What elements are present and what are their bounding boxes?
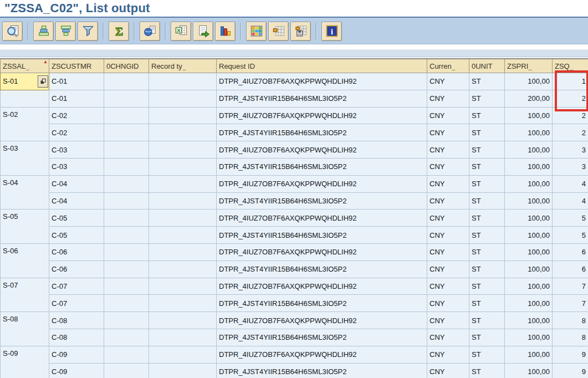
cell-request-id[interactable]: DTPR_4IUZ7OB7F6AXQKPPWQHDLIH92 <box>217 346 427 363</box>
cell-zspri[interactable]: 100,00 <box>505 295 553 312</box>
cell-zspri[interactable]: 100,00 <box>505 346 553 363</box>
column-header-cur[interactable]: Curren... <box>427 59 469 73</box>
total-button[interactable]: Σ <box>109 22 129 41</box>
cell-zssal[interactable]: S-08 <box>1 312 49 346</box>
cell-0chngid[interactable] <box>104 260 149 278</box>
cell-0unit[interactable]: ST <box>469 346 505 363</box>
save-layout-button[interactable] <box>290 22 311 41</box>
cell-zsq[interactable]: 1 <box>553 73 588 90</box>
cell-0unit[interactable]: ST <box>469 243 505 260</box>
cell-zssal[interactable]: S-06 <box>1 243 49 278</box>
cell-zscustmr[interactable]: C-08 <box>49 312 104 329</box>
cell-0unit[interactable]: ST <box>469 124 505 141</box>
cell-currency[interactable]: CNY <box>427 90 469 107</box>
cell-0unit[interactable]: ST <box>469 329 505 346</box>
cell-currency[interactable]: CNY <box>427 227 469 244</box>
cell-0chngid[interactable] <box>104 278 149 295</box>
cell-record-type[interactable] <box>149 107 217 124</box>
cell-request-id[interactable]: DTPR_4JST4YIIR15B64H6SML3IO5P2 <box>217 227 427 244</box>
cell-0chngid[interactable] <box>104 295 149 312</box>
cell-zspri[interactable]: 100,00 <box>505 107 553 124</box>
cell-currency[interactable]: CNY <box>427 329 469 346</box>
cell-zsq[interactable]: 4 <box>553 175 588 192</box>
column-header-chngid[interactable]: 0CHNGID <box>104 59 149 73</box>
cell-zssal[interactable]: S-05 <box>1 210 49 244</box>
cell-request-id[interactable]: DTPR_4JST4YIIR15B64H6SML3IO5P2 <box>217 90 427 107</box>
cell-0unit[interactable]: ST <box>469 295 505 312</box>
cell-zscustmr[interactable]: C-09 <box>49 346 104 363</box>
cell-zscustmr[interactable]: C-02 <box>49 124 104 141</box>
cell-zssal[interactable]: S-03 <box>1 141 49 176</box>
graphic-button[interactable] <box>215 22 236 41</box>
cell-zspri[interactable]: 100,00 <box>505 158 553 175</box>
cell-zsq[interactable]: 3 <box>553 141 588 159</box>
cell-0chngid[interactable] <box>104 363 149 378</box>
cell-record-type[interactable] <box>149 124 217 141</box>
cell-zscustmr[interactable]: C-01 <box>49 73 104 90</box>
cell-currency[interactable]: CNY <box>427 124 469 141</box>
cell-record-type[interactable] <box>149 90 217 107</box>
sort-ascending-button[interactable] <box>33 22 54 41</box>
cell-currency[interactable]: CNY <box>427 107 469 124</box>
cell-0unit[interactable]: ST <box>469 192 505 210</box>
cell-zspri[interactable]: 200,00 <box>505 90 553 107</box>
cell-zscustmr[interactable]: C-03 <box>49 141 104 159</box>
cell-zscustmr[interactable]: C-07 <box>49 278 104 295</box>
print-preview-button[interactable] <box>140 22 160 41</box>
change-layout-button[interactable] <box>268 22 289 41</box>
cell-0unit[interactable]: ST <box>469 227 505 244</box>
cell-zscustmr[interactable]: C-03 <box>49 158 104 175</box>
cell-request-id[interactable]: DTPR_4JST4YIIR15B64H6SML3IO5P2 <box>217 329 427 346</box>
cell-0unit[interactable]: ST <box>469 363 505 378</box>
cell-0unit[interactable]: ST <box>469 210 505 227</box>
column-header-price[interactable]: ZSPRI... <box>505 59 553 73</box>
cell-request-id[interactable]: DTPR_4JST4YIIR15B64H6SML3IO5P2 <box>217 158 427 175</box>
cell-0unit[interactable]: ST <box>469 260 505 278</box>
cell-zscustmr[interactable]: C-04 <box>49 192 104 210</box>
cell-zscustmr[interactable]: C-09 <box>49 363 104 378</box>
cell-zsq[interactable]: 5 <box>553 227 588 244</box>
cell-zsq[interactable]: 8 <box>553 329 588 346</box>
cell-zsq[interactable]: 8 <box>553 312 588 329</box>
cell-zsq[interactable]: 4 <box>553 192 588 210</box>
cell-0unit[interactable]: ST <box>469 73 505 90</box>
drilldown-button[interactable] <box>38 75 48 88</box>
cell-currency[interactable]: CNY <box>427 192 469 210</box>
cell-0unit[interactable]: ST <box>469 141 505 159</box>
cell-request-id[interactable]: DTPR_4IUZ7OB7F6AXQKPPWQHDLIH92 <box>217 210 427 227</box>
cell-record-type[interactable] <box>149 141 217 159</box>
column-header-sal[interactable]: ZSSAL...▲ <box>1 59 49 73</box>
column-header-req[interactable]: Request ID <box>217 59 427 73</box>
cell-zspri[interactable]: 100,00 <box>505 243 553 260</box>
cell-zscustmr[interactable]: C-05 <box>49 210 104 227</box>
cell-0chngid[interactable] <box>104 312 149 329</box>
export-excel-button[interactable]: X <box>171 22 191 41</box>
cell-zssal[interactable]: S-09 <box>1 346 49 378</box>
cell-zsq[interactable]: 9 <box>553 363 588 378</box>
cell-currency[interactable]: CNY <box>427 210 469 227</box>
export-local-file-button[interactable] <box>193 22 213 41</box>
cell-zspri[interactable]: 100,00 <box>505 210 553 227</box>
cell-0unit[interactable]: ST <box>469 175 505 192</box>
cell-zsq[interactable]: 7 <box>553 278 588 295</box>
cell-request-id[interactable]: DTPR_4JST4YIIR15B64H6SML3IO5P2 <box>217 124 427 141</box>
cell-zsq[interactable]: 2 <box>553 124 588 141</box>
cell-record-type[interactable] <box>149 158 217 175</box>
cell-zspri[interactable]: 100,00 <box>505 192 553 210</box>
cell-request-id[interactable]: DTPR_4IUZ7OB7F6AXQKPPWQHDLIH92 <box>217 73 427 90</box>
cell-0unit[interactable]: ST <box>469 312 505 329</box>
cell-zspri[interactable]: 100,00 <box>505 278 553 295</box>
cell-zssal-selected[interactable]: S-01 <box>1 73 49 90</box>
cell-zsq[interactable]: 6 <box>553 260 588 278</box>
cell-0chngid[interactable] <box>104 210 149 227</box>
cell-zssal[interactable]: S-04 <box>1 175 49 210</box>
cell-record-type[interactable] <box>149 227 217 244</box>
cell-0chngid[interactable] <box>104 243 149 260</box>
cell-zspri[interactable]: 100,00 <box>505 363 553 378</box>
cell-zscustmr[interactable]: C-02 <box>49 107 104 124</box>
cell-request-id[interactable]: DTPR_4IUZ7OB7F6AXQKPPWQHDLIH92 <box>217 107 427 124</box>
cell-zspri[interactable]: 100,00 <box>505 227 553 244</box>
cell-record-type[interactable] <box>149 243 217 260</box>
set-filter-button[interactable] <box>78 22 98 41</box>
column-header-unit[interactable]: 0UNIT <box>469 59 505 73</box>
